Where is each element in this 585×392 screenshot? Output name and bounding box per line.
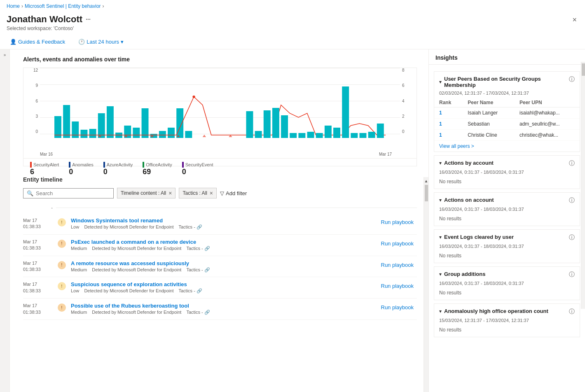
- timeline-icon-4: !: [58, 282, 66, 290]
- info-btn-actions-on[interactable]: ⓘ: [569, 197, 575, 204]
- timeline-item: Mar 17 01:38:33 ! PsExec launched a comm…: [23, 235, 417, 256]
- x-label-mar17: Mar 17: [379, 152, 400, 156]
- info-btn-event-logs[interactable]: ⓘ: [569, 234, 575, 241]
- svg-rect-0: [54, 116, 61, 138]
- timeline-content-2: PsExec launched a command on a remote de…: [71, 239, 373, 251]
- no-results-actions-on: No results: [434, 214, 580, 226]
- run-playbook-btn-5[interactable]: Run playbook: [378, 303, 417, 312]
- col-rank: Rank: [434, 98, 463, 107]
- more-options-icon[interactable]: ···: [86, 16, 91, 23]
- timeline-scroll[interactable]: ▲ ▼: [424, 177, 428, 392]
- info-btn-group[interactable]: ⓘ: [569, 271, 575, 278]
- add-filter-button[interactable]: ▽ Add filter: [220, 190, 247, 196]
- svg-rect-9: [133, 128, 140, 138]
- chart-bars-area: [54, 72, 386, 138]
- legend-bar-security-event: [182, 162, 184, 168]
- upn-1: isaiahl@whakap...: [515, 107, 580, 119]
- legend-security-alert-value: 6: [30, 168, 59, 176]
- filter-tactics-x[interactable]: ×: [210, 190, 213, 196]
- chevron-down-icon: ▾: [121, 39, 124, 45]
- timeline-list: - Mar 17 01:38:33 ! Windows Sysinternals…: [23, 205, 424, 320]
- search-input[interactable]: [36, 190, 110, 196]
- upn-3: christiec@whak...: [515, 130, 580, 141]
- upn-2: adm_seullric@w...: [515, 119, 580, 130]
- timeline-title-4[interactable]: Suspicious sequence of exploration activ…: [71, 281, 373, 287]
- timeline-meta-2: Medium Detected by Microsoft Defender fo…: [71, 246, 373, 251]
- info-btn-peers[interactable]: ⓘ: [569, 76, 575, 83]
- x-label-mar16: Mar 16: [40, 152, 53, 156]
- no-results-group: No results: [434, 288, 580, 300]
- insight-card-title-event-logs: Event Logs cleared by user: [444, 234, 514, 240]
- insight-card-title-office-count: Anomalously high office operation count: [444, 308, 548, 314]
- scroll-thumb[interactable]: [425, 185, 428, 201]
- timeline-title-3[interactable]: A remote resource was accessed suspiciou…: [71, 260, 373, 266]
- breadcrumb-sep2: ›: [103, 3, 104, 9]
- svg-rect-28: [246, 111, 253, 138]
- breadcrumb-home[interactable]: Home: [7, 3, 20, 9]
- time-range-button[interactable]: 🕐 Last 24 hours ▾: [75, 37, 127, 47]
- timeline-meta-5: Medium Detected by Microsoft Defender fo…: [71, 310, 373, 315]
- legend-azure: AzureActivity 0: [103, 162, 133, 176]
- toolbar: 👤 Guides & Feedback 🕐 Last 24 hours ▾: [0, 35, 585, 49]
- run-playbook-btn-3[interactable]: Run playbook: [378, 260, 417, 270]
- svg-rect-2: [72, 121, 79, 138]
- timeline-title-2[interactable]: PsExec launched a command on a remote de…: [71, 239, 373, 245]
- legend-bar-anomalies: [69, 162, 70, 168]
- guides-feedback-button[interactable]: 👤 Guides & Feedback: [7, 37, 68, 47]
- svg-rect-31: [272, 108, 279, 138]
- timeline-meta-1: Low Detected by Microsoft Defender for E…: [71, 224, 373, 230]
- legend-azure-value: 0: [103, 168, 133, 176]
- timeline-title-1[interactable]: Windows Sysinternals tool renamed: [71, 217, 373, 224]
- sidebar-toggle[interactable]: »: [0, 49, 10, 392]
- time-label: Last 24 hours: [87, 39, 119, 45]
- timeline-item: Mar 17 01:38:33 ! Windows Sysinternals t…: [23, 213, 417, 235]
- svg-rect-32: [281, 115, 288, 138]
- legend-label-text: SecurityAlert: [33, 162, 59, 167]
- svg-rect-38: [333, 128, 340, 138]
- no-results-event-logs: No results: [434, 251, 580, 263]
- timeline-item: Mar 17 01:38:33 ! Suspicious sequence of…: [23, 277, 417, 299]
- insight-card-title-row-peers[interactable]: ▾ User Peers Based on Security Groups Me…: [439, 76, 569, 88]
- tactics-filter[interactable]: Tactics : All ×: [179, 188, 217, 198]
- search-icon: 🔍: [27, 190, 33, 196]
- filter-timeline-x[interactable]: ×: [168, 190, 172, 196]
- filter-icon: ▽: [220, 190, 224, 196]
- peer-row-2: 1 Sebastian adm_seullric@w...: [434, 119, 580, 130]
- chevron-actions-on-icon: ▾: [439, 197, 442, 203]
- timeline-icon-2: !: [58, 240, 66, 248]
- name-2: Sebastian: [463, 119, 515, 130]
- timeline-section: Entity timeline 🔍 Timeline content : All…: [16, 176, 424, 320]
- content-area: Alerts, events and anomalies over time 1…: [10, 49, 424, 392]
- right-panel-content: ▾ User Peers Based on Security Groups Me…: [429, 65, 585, 392]
- insight-card-title-row-event-logs[interactable]: ▾ Event Logs cleared by user: [439, 234, 514, 240]
- legend-label-security-event: SecurityEvent: [185, 162, 213, 167]
- add-filter-label: Add filter: [226, 190, 247, 196]
- run-playbook-btn-2[interactable]: Run playbook: [378, 239, 417, 248]
- info-btn-actions-by[interactable]: ⓘ: [569, 160, 575, 167]
- timeline-date-3: Mar 17 01:38:33: [23, 260, 53, 273]
- col-peer-upn: Peer UPN: [515, 98, 580, 107]
- scroll-up-icon[interactable]: ▲: [424, 179, 428, 183]
- breadcrumb-sentinel[interactable]: Microsoft Sentinel | Entity behavior: [25, 3, 101, 9]
- right-panel-scrollbar[interactable]: [581, 62, 585, 309]
- svg-rect-36: [316, 133, 323, 138]
- insight-card-title-group: Group additions: [444, 271, 485, 277]
- rank-1: 1: [434, 107, 463, 119]
- y-axis-left: 129630: [23, 68, 38, 134]
- insight-card-title-row-office-count[interactable]: ▾ Anomalously high office operation coun…: [439, 308, 548, 314]
- timeline-icon-1: !: [58, 218, 66, 226]
- legend-bar-security-alert: [30, 162, 32, 168]
- insight-card-title-row-actions-by[interactable]: ▾ Actions by account: [439, 160, 494, 166]
- insight-card-title-row-group[interactable]: ▾ Group additions: [439, 271, 485, 277]
- info-btn-office-count[interactable]: ⓘ: [569, 308, 575, 315]
- view-all-peers-link[interactable]: View all peers >: [434, 141, 479, 152]
- timeline-content-filter[interactable]: Timeline content : All ×: [117, 188, 176, 198]
- insight-card-actions-on: ▾ Actions on account ⓘ 16/03/2024, 0:31:…: [434, 192, 580, 226]
- timeline-title-5[interactable]: Possible use of the Rubeus kerberoasting…: [71, 303, 373, 309]
- page-title-text: Jonathan Wolcott: [7, 14, 82, 25]
- close-button[interactable]: ×: [571, 14, 578, 26]
- run-playbook-btn-4[interactable]: Run playbook: [378, 281, 417, 291]
- insight-card-title-row-actions-on[interactable]: ▾ Actions on account: [439, 197, 494, 203]
- run-playbook-btn-1[interactable]: Run playbook: [378, 217, 417, 227]
- svg-rect-5: [98, 113, 105, 138]
